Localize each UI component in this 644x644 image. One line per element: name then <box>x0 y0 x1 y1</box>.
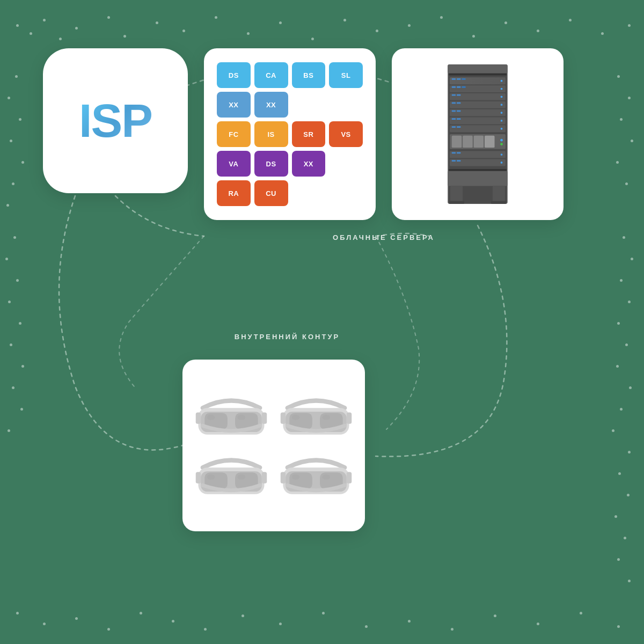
vr-headset-2 <box>278 390 354 441</box>
svg-rect-39 <box>485 136 495 148</box>
isp-logo-text: ISP <box>79 93 152 148</box>
svg-point-85 <box>323 474 330 479</box>
module-tile-empty <box>292 180 326 206</box>
svg-rect-8 <box>462 78 465 80</box>
svg-point-60 <box>207 415 215 420</box>
svg-point-34 <box>501 128 503 130</box>
svg-point-9 <box>501 80 503 82</box>
svg-point-68 <box>292 415 299 420</box>
svg-rect-71 <box>347 413 352 424</box>
svg-point-77 <box>238 474 245 479</box>
svg-rect-20 <box>452 103 456 104</box>
svg-rect-6 <box>452 78 456 80</box>
isp-logo-card: ISP <box>43 48 188 193</box>
modules-grid: DSCABSSLXXXXFCISSRVSVADSXXRACU <box>217 62 363 206</box>
vr-headsets-grid <box>193 390 354 500</box>
svg-point-41 <box>500 143 503 145</box>
svg-rect-3 <box>449 74 507 76</box>
svg-rect-24 <box>452 110 456 112</box>
svg-rect-87 <box>347 472 352 483</box>
internal-loop-label: ВНУТРЕННИЙ КОНТУР <box>107 333 467 341</box>
svg-rect-86 <box>281 472 286 483</box>
cloud-servers-label: ОБЛАЧНЫЕ СЕРВЕРА <box>204 233 564 241</box>
svg-rect-38 <box>474 136 484 148</box>
svg-rect-29 <box>457 118 460 120</box>
svg-rect-54 <box>449 201 464 204</box>
modules-grid-card: DSCABSSLXXXXFCISSRVSVADSXXRACU <box>204 48 376 220</box>
svg-point-45 <box>501 153 503 156</box>
server-rack-card <box>392 48 564 220</box>
svg-rect-13 <box>462 86 465 88</box>
svg-point-49 <box>501 162 503 164</box>
svg-rect-62 <box>196 413 201 424</box>
svg-point-69 <box>323 415 330 420</box>
svg-point-76 <box>207 474 215 479</box>
svg-rect-63 <box>262 413 267 424</box>
svg-point-40 <box>500 139 503 142</box>
svg-point-14 <box>501 88 503 90</box>
svg-point-30 <box>501 120 503 122</box>
module-tile-empty <box>329 151 363 177</box>
svg-point-26 <box>501 112 503 114</box>
module-tile-CA: CA <box>254 62 288 88</box>
svg-rect-36 <box>452 136 462 148</box>
module-tile-BS: BS <box>292 62 326 88</box>
module-tile-IS: IS <box>254 121 288 147</box>
svg-rect-16 <box>452 94 456 96</box>
module-tile-empty <box>329 180 363 206</box>
svg-rect-12 <box>457 86 460 88</box>
svg-rect-37 <box>463 136 473 148</box>
module-tile-XX: XX <box>217 92 251 118</box>
svg-point-18 <box>501 96 503 98</box>
module-tile-VS: VS <box>329 121 363 147</box>
module-tile-empty <box>292 92 326 118</box>
svg-rect-51 <box>448 171 507 186</box>
svg-rect-33 <box>457 126 460 128</box>
module-tile-empty <box>329 92 363 118</box>
svg-point-61 <box>238 415 245 420</box>
module-tile-FC: FC <box>217 121 251 147</box>
module-tile-VA: VA <box>217 151 251 177</box>
svg-rect-48 <box>457 160 460 162</box>
svg-rect-47 <box>452 160 456 162</box>
svg-rect-70 <box>281 413 286 424</box>
svg-rect-78 <box>196 472 201 483</box>
svg-rect-32 <box>452 126 456 128</box>
vr-headsets-card <box>182 360 365 531</box>
module-tile-SR: SR <box>292 121 326 147</box>
svg-rect-7 <box>457 78 460 80</box>
server-rack-illustration <box>435 64 521 204</box>
main-container: ISP DSCABSSLXXXXFCISSRVSVADSXXRACU <box>0 0 644 644</box>
module-tile-RA: RA <box>217 180 251 206</box>
svg-rect-50 <box>449 169 507 171</box>
svg-rect-17 <box>457 94 460 96</box>
svg-rect-43 <box>452 152 456 153</box>
svg-rect-21 <box>457 103 460 104</box>
module-tile-SL: SL <box>329 62 363 88</box>
svg-rect-55 <box>491 201 506 204</box>
vr-headset-4 <box>278 450 354 501</box>
svg-rect-11 <box>452 86 456 88</box>
module-tile-CU: CU <box>254 180 288 206</box>
svg-rect-2 <box>448 64 507 74</box>
vr-headset-3 <box>193 450 269 501</box>
svg-point-84 <box>292 474 299 479</box>
vr-headset-1 <box>193 390 269 441</box>
module-tile-DS: DS <box>217 62 251 88</box>
svg-rect-44 <box>457 152 460 153</box>
module-tile-XX: XX <box>292 151 326 177</box>
svg-rect-25 <box>457 110 460 112</box>
svg-rect-79 <box>262 472 267 483</box>
svg-point-22 <box>501 104 503 106</box>
module-tile-XX: XX <box>254 92 288 118</box>
svg-rect-28 <box>452 118 456 120</box>
module-tile-DS: DS <box>254 151 288 177</box>
